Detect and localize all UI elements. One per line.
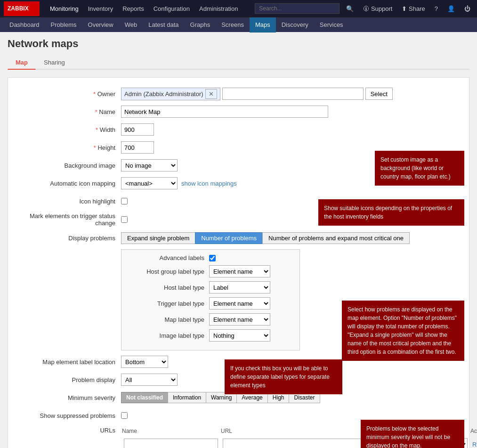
url-col-name: Name	[122, 428, 220, 436]
name-row: Name	[17, 105, 460, 118]
nav-web[interactable]: Web	[119, 17, 143, 33]
minimum-severity-label: Minimum severity	[17, 394, 121, 401]
host-label-type-label: Host label type	[129, 284, 209, 291]
power-icon[interactable]: ⏻	[461, 5, 473, 12]
trigger-label-type-label: Trigger label type	[129, 300, 209, 307]
nav-screens[interactable]: Screens	[216, 17, 250, 33]
nav-services[interactable]: Services	[314, 17, 349, 33]
advanced-labels-section: Advanced labels Host group label type El…	[121, 249, 300, 350]
tooltip-minimum-severity-text: Problems below the selected minimum seve…	[366, 425, 450, 448]
urls-label: URLs	[17, 427, 121, 434]
url-col-action: Action	[470, 428, 477, 436]
search-input[interactable]	[255, 3, 340, 14]
owner-remove-icon[interactable]: ✕	[205, 89, 217, 99]
display-problems-group: Expand single problem Number of problems…	[121, 232, 409, 244]
show-suppressed-label: Show suppressed problems	[17, 412, 121, 419]
height-input[interactable]	[121, 141, 154, 154]
tab-sharing[interactable]: Sharing	[36, 56, 73, 70]
width-row: Width	[17, 123, 460, 136]
logo[interactable]: ZABBIX	[4, 1, 40, 16]
image-label-type-row: Image label type Nothing	[129, 329, 292, 342]
number-and-expand-btn[interactable]: Number of problems and expand most criti…	[262, 232, 410, 244]
nav-maps[interactable]: Maps	[250, 17, 276, 33]
nav-problems[interactable]: Problems	[45, 17, 82, 33]
mark-elements-label: Mark elements on trigger status change	[17, 212, 121, 227]
nav-reports[interactable]: Reports	[118, 0, 149, 17]
top-nav-right: 🔍 🛈 Support ⬆ Share ? 👤 ⏻	[255, 3, 473, 14]
svg-text:ZABBIX: ZABBIX	[8, 5, 29, 11]
name-label: Name	[17, 108, 121, 115]
problem-display-select[interactable]: All	[121, 374, 178, 386]
icon-highlight-label: Icon highlight	[17, 198, 121, 205]
help-icon[interactable]: ?	[432, 5, 441, 12]
number-of-problems-btn[interactable]: Number of problems	[195, 232, 263, 244]
tooltip-advanced-labels-text: If you check this box you will be able t…	[230, 365, 330, 389]
icon-highlight-checkbox[interactable]	[121, 198, 128, 204]
nav-dashboard[interactable]: Dashboard	[4, 17, 45, 33]
show-suppressed-checkbox[interactable]	[121, 412, 128, 419]
host-label-type-row: Host label type Label	[129, 281, 292, 293]
nav-monitoring[interactable]: Monitoring	[45, 0, 83, 17]
url-name-input[interactable]	[124, 439, 218, 448]
page-title: Network maps	[8, 38, 469, 50]
page-content: Network maps Map Sharing Owner Admin (Za…	[0, 32, 477, 448]
map-label-type-label: Map label type	[129, 316, 209, 323]
map-label-type-select[interactable]: Element name	[209, 313, 270, 326]
map-element-label-location-select[interactable]: Bottom	[121, 356, 168, 368]
host-label-type-select[interactable]: Label	[209, 281, 270, 293]
tooltip-advanced-labels: If you check this box you will be able t…	[225, 359, 342, 394]
severity-not-classified-btn[interactable]: Not classified	[121, 392, 168, 403]
select-button[interactable]: Select	[365, 88, 393, 100]
name-input[interactable]	[121, 106, 328, 118]
auto-icon-select[interactable]: <manual>	[121, 177, 178, 189]
nav-administration[interactable]: Administration	[194, 0, 243, 17]
tooltip-bg-image: Set custom image as a background (like w…	[375, 151, 464, 186]
owner-tag: Admin (Zabbix Administrator) ✕	[121, 88, 220, 100]
search-icon[interactable]: 🔍	[343, 5, 356, 12]
tab-map[interactable]: Map	[8, 56, 36, 70]
share-link[interactable]: ⬆ Share	[399, 5, 428, 12]
tab-bar: Map Sharing	[8, 56, 469, 70]
width-label: Width	[17, 126, 121, 133]
display-problems-label: Display problems	[17, 235, 121, 242]
owner-label: Owner	[17, 90, 121, 98]
user-icon[interactable]: 👤	[445, 5, 458, 12]
width-input[interactable]	[121, 123, 154, 136]
tooltip-display-problems: Select how problems are displayed on the…	[342, 301, 464, 361]
owner-input[interactable]	[222, 88, 364, 100]
host-group-label-type-row: Host group label type Element name	[129, 265, 292, 277]
form-container: Owner Admin (Zabbix Administrator) ✕ Sel…	[8, 77, 469, 448]
map-label-type-row: Map label type Element name	[129, 313, 292, 326]
url-remove-link[interactable]: Remove	[472, 441, 477, 448]
nav-configuration[interactable]: Configuration	[149, 0, 194, 17]
auto-icon-label: Automatic icon mapping	[17, 180, 121, 187]
owner-row: Owner Admin (Zabbix Administrator) ✕ Sel…	[17, 87, 460, 100]
image-label-type-select[interactable]: Nothing	[209, 329, 270, 342]
tooltip-display-problems-text: Select how problems are displayed on the…	[348, 306, 457, 355]
support-link[interactable]: 🛈 Support	[360, 5, 395, 12]
map-element-label-location-label: Map element label location	[17, 358, 121, 366]
host-group-label-type-select[interactable]: Element name	[209, 265, 270, 277]
nav-overview[interactable]: Overview	[82, 17, 119, 33]
nav-graphs[interactable]: Graphs	[185, 17, 216, 33]
show-icon-mappings-link[interactable]: show icon mappings	[181, 180, 237, 187]
top-navigation: ZABBIX Monitoring Inventory Reports Conf…	[0, 0, 477, 17]
expand-single-problem-btn[interactable]: Expand single problem	[121, 232, 195, 244]
tooltip-auto-icon-text: Show suitable icons depending on the pro…	[324, 205, 452, 220]
nav-inventory[interactable]: Inventory	[83, 0, 118, 17]
nav-discovery[interactable]: Discovery	[276, 17, 314, 33]
trigger-label-type-select[interactable]: Element name	[209, 297, 270, 310]
advanced-labels-checkbox[interactable]	[209, 255, 216, 261]
mark-elements-checkbox[interactable]	[121, 216, 128, 223]
trigger-label-type-row: Trigger label type Element name	[129, 297, 292, 310]
advanced-labels-label: Advanced labels	[129, 254, 209, 261]
nav-latest-data[interactable]: Latest data	[143, 17, 184, 33]
tooltip-auto-icon: Show suitable icons depending on the pro…	[318, 199, 464, 226]
second-navigation: Dashboard Problems Overview Web Latest d…	[0, 17, 477, 32]
bg-image-select[interactable]: No image	[121, 159, 178, 171]
advanced-labels-row: Advanced labels	[129, 254, 292, 261]
bg-image-label: Background image	[17, 162, 121, 169]
host-group-label-type-label: Host group label type	[129, 268, 209, 275]
severity-information-btn[interactable]: Information	[168, 392, 206, 403]
owner-tag-text: Admin (Zabbix Administrator)	[124, 90, 203, 98]
